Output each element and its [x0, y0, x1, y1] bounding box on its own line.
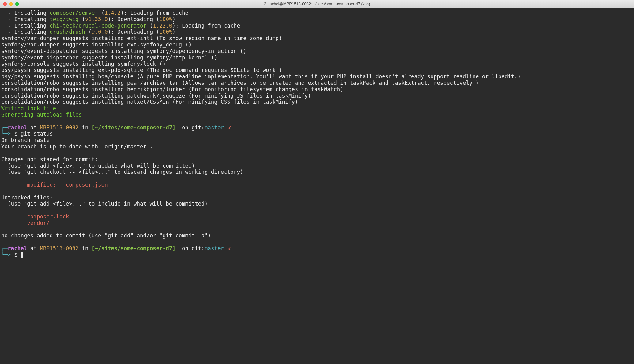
prompt-arrow-icon: └─➤: [1, 252, 11, 258]
git-uptodate-line: Your branch is up-to-date with 'origin/m…: [1, 143, 153, 150]
terminal-line: - Installing composer/semver (1.4.2): Lo…: [1, 10, 633, 16]
suggest-line: consolidation/robo suggests installing n…: [1, 99, 298, 105]
suggest-line: symfony/var-dumper suggests installing e…: [1, 35, 282, 41]
close-icon[interactable]: [3, 2, 7, 6]
package-version: 9.0.0: [92, 29, 108, 35]
cursor-icon: [21, 252, 23, 258]
install-prefix: - Installing: [1, 23, 50, 29]
terminal-line: [1, 239, 633, 245]
package-name: composer/semver: [50, 10, 98, 16]
git-untracked-file: composer.lock: [1, 214, 69, 220]
package-version: 1.4.2: [104, 10, 121, 16]
prompt-path: [~/sites/some-composer-d7]: [92, 124, 175, 131]
git-summary: no changes added to commit (use "git add…: [1, 232, 211, 239]
prompt-dirty-icon: ✗: [224, 124, 230, 131]
writing-lock: Writing lock file: [1, 105, 56, 111]
package-version: v1.35.0: [85, 16, 108, 22]
prompt-dirty-icon: ✗: [224, 245, 230, 251]
window-title: 2. rachel@MBP1513-0082: ~/sites/some-com…: [0, 2, 634, 6]
terminal-line: └─➤ $ git status: [1, 131, 633, 137]
terminal-line: (use "git add <file>..." to update what …: [1, 163, 633, 169]
command-input[interactable]: git status: [21, 131, 53, 137]
suggest-line: symfony/event-dispatcher suggests instal…: [1, 48, 247, 54]
terminal-line: symfony/event-dispatcher suggests instal…: [1, 48, 633, 54]
terminal-line: (use "git checkout -- <file>..." to disc…: [1, 169, 633, 175]
minimize-icon[interactable]: [9, 2, 13, 6]
prompt-branch: master: [205, 245, 224, 251]
prompt-dollar: $: [11, 252, 21, 258]
package-name: drush/drush: [50, 29, 85, 35]
install-msg: ): Downloading: [108, 16, 153, 22]
install-msg: ): Loading from cache: [172, 23, 240, 29]
terminal-line: Changes not staged for commit:: [1, 156, 633, 163]
prompt-arrow-icon: └─➤: [1, 131, 11, 137]
install-prefix: - Installing: [1, 10, 50, 16]
prompt-corner-icon: ┌─: [1, 245, 8, 251]
git-unstaged-header: Changes not staged for commit:: [1, 156, 98, 162]
terminal-line: consolidation/robo suggests installing p…: [1, 93, 633, 99]
package-version: 1.22.0: [153, 23, 172, 29]
terminal-line: symfony/console suggests installing symf…: [1, 61, 633, 67]
install-prefix: - Installing: [1, 16, 50, 22]
terminal-line: consolidation/robo suggests installing h…: [1, 86, 633, 93]
install-prefix: - Installing: [1, 29, 50, 35]
terminal-line: symfony/event-dispatcher suggests instal…: [1, 54, 633, 61]
terminal-line: Your branch is up-to-date with 'origin/m…: [1, 143, 633, 150]
terminal-line: composer.lock: [1, 214, 633, 220]
terminal-line: - Installing chi-teck/drupal-code-genera…: [1, 23, 633, 29]
download-percent: 100%: [159, 16, 172, 22]
prompt-branch: master: [205, 124, 224, 131]
download-percent: 100%: [159, 29, 172, 35]
git-hint: (use "git add <file>..." to include in w…: [1, 201, 208, 207]
install-msg: ): Downloading: [108, 29, 153, 35]
terminal-line: [1, 226, 633, 233]
terminal-line: symfony/var-dumper suggests installing e…: [1, 35, 633, 42]
terminal-line: modified: composer.json: [1, 182, 633, 188]
traffic-lights: [3, 2, 19, 6]
package-name: chi-teck/drupal-code-generator: [50, 23, 146, 29]
terminal-line: └─➤ $: [1, 252, 633, 258]
git-hint: (use "git add <file>..." to update what …: [1, 163, 195, 169]
terminal-line: (use "git add <file>..." to include in w…: [1, 201, 633, 207]
terminal-line: [1, 188, 633, 195]
prompt-user: rachel: [8, 124, 27, 131]
suggest-line: symfony/event-dispatcher suggests instal…: [1, 54, 217, 61]
suggest-line: consolidation/robo suggests installing h…: [1, 86, 343, 92]
terminal-line: [1, 175, 633, 182]
generating-autoload: Generating autoload files: [1, 112, 82, 118]
terminal-line: Generating autoload files: [1, 112, 633, 118]
git-untracked-header: Untracked files:: [1, 195, 53, 201]
suggest-line: symfony/var-dumper suggests installing e…: [1, 42, 192, 48]
window-titlebar: 2. rachel@MBP1513-0082: ~/sites/some-com…: [0, 0, 634, 8]
terminal-line: [1, 118, 633, 124]
zoom-icon[interactable]: [15, 2, 19, 6]
terminal-line: consolidation/robo suggests installing n…: [1, 99, 633, 105]
terminal-line: Untracked files:: [1, 195, 633, 201]
suggest-line: psy/psysh suggests installing ext-pdo-sq…: [1, 67, 282, 73]
terminal-line: consolidation/robo suggests installing p…: [1, 80, 633, 86]
prompt-corner-icon: ┌─: [1, 124, 8, 131]
suggest-line: consolidation/robo suggests installing p…: [1, 93, 311, 99]
suggest-line: psy/psysh suggests installing hoa/consol…: [1, 73, 521, 80]
terminal-line: ┌─rachel at MBP1513-0082 in [~/sites/som…: [1, 124, 633, 131]
suggest-line: symfony/console suggests installing symf…: [1, 61, 166, 67]
terminal-line: Writing lock file: [1, 105, 633, 112]
terminal-line: [1, 150, 633, 156]
terminal-line: [1, 207, 633, 214]
git-branch-line: On branch master: [1, 137, 53, 143]
terminal-line: no changes added to commit (use "git add…: [1, 232, 633, 239]
terminal-line: psy/psysh suggests installing hoa/consol…: [1, 73, 633, 80]
terminal-line: - Installing twig/twig (v1.35.0): Downlo…: [1, 16, 633, 23]
package-name: twig/twig: [50, 16, 79, 22]
terminal-line: symfony/var-dumper suggests installing e…: [1, 42, 633, 48]
prompt-host: MBP1513-0082: [40, 245, 78, 251]
install-msg: ): Loading from cache: [121, 10, 188, 16]
git-modified-file: modified: composer.json: [1, 182, 108, 188]
terminal-line: vendor/: [1, 220, 633, 226]
git-hint: (use "git checkout -- <file>..." to disc…: [1, 169, 243, 175]
prompt-dollar: $: [11, 131, 21, 137]
terminal-output[interactable]: - Installing composer/semver (1.4.2): Lo…: [0, 8, 634, 259]
prompt-user: rachel: [8, 245, 27, 251]
prompt-path: [~/sites/some-composer-d7]: [92, 245, 175, 251]
terminal-line: - Installing drush/drush (9.0.0): Downlo…: [1, 29, 633, 35]
